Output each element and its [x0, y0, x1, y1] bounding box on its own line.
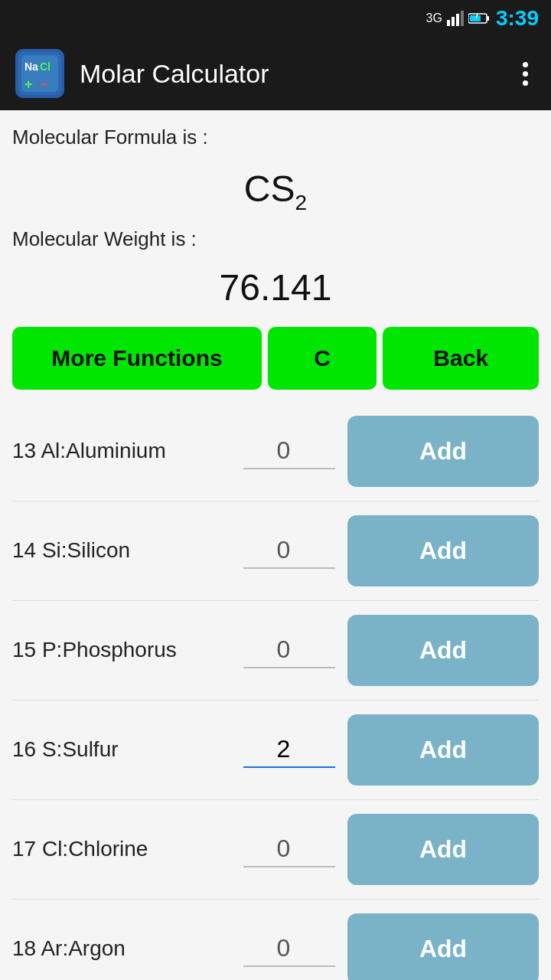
element-input-Cl[interactable] [243, 831, 335, 867]
battery-icon [468, 12, 490, 24]
element-label-Ar: 18 Ar:Argon [12, 936, 243, 961]
add-button-Cl[interactable]: Add [347, 814, 539, 885]
svg-rect-2 [456, 14, 459, 26]
element-label-Si: 14 Si:Silicon [12, 538, 243, 563]
app-logo-icon: Na Cl + − [18, 52, 61, 95]
signal-icon: 3G [426, 11, 442, 25]
element-input-P[interactable] [243, 632, 335, 668]
svg-rect-3 [461, 11, 464, 26]
element-input-S[interactable] [243, 732, 335, 768]
weight-label: Molecular Weight is : [12, 227, 539, 251]
element-row: 15 P:PhosphorusAdd [12, 601, 539, 701]
formula-container: CS2 [12, 155, 539, 227]
back-button[interactable]: Back [383, 327, 539, 390]
svg-text:Na: Na [24, 60, 38, 73]
status-icons: 3G [426, 11, 490, 26]
add-button-P[interactable]: Add [347, 615, 539, 686]
element-row: 18 Ar:ArgonAdd [12, 900, 539, 980]
element-input-Si[interactable] [243, 533, 335, 569]
weight-container: 76.141 [12, 257, 539, 327]
formula-label: Molecular Formula is : [12, 126, 539, 149]
overflow-dot-3 [523, 80, 528, 86]
action-buttons: More Functions C Back [12, 327, 539, 390]
add-button-S[interactable]: Add [347, 714, 539, 786]
svg-text:Cl: Cl [40, 60, 51, 73]
element-label-Al: 13 Al:Aluminium [12, 439, 243, 463]
app-icon: Na Cl + − [15, 49, 64, 98]
element-row: 14 Si:SiliconAdd [12, 501, 539, 601]
overflow-dot-2 [523, 71, 528, 77]
element-input-Ar[interactable] [243, 931, 335, 967]
svg-text:+: + [24, 77, 33, 92]
signal-bars-icon [447, 11, 464, 26]
overflow-menu-button[interactable] [515, 54, 536, 93]
element-row: 16 S:SulfurAdd [12, 701, 539, 800]
formula-subscript: 2 [295, 191, 308, 214]
element-input-Al[interactable] [243, 433, 335, 469]
svg-rect-6 [470, 15, 481, 21]
overflow-dot-1 [523, 62, 528, 67]
svg-text:−: − [40, 77, 48, 92]
element-label-P: 15 P:Phosphorus [12, 638, 243, 662]
status-time: 3:39 [496, 6, 539, 31]
weight-value: 76.141 [220, 267, 332, 308]
app-bar: Na Cl + − Molar Calculator [0, 37, 551, 110]
element-list: 13 Al:AluminiumAdd14 Si:SiliconAdd15 P:P… [12, 402, 539, 980]
element-label-S: 16 S:Sulfur [12, 737, 243, 762]
svg-rect-1 [452, 17, 455, 26]
formula-display: CS2 [244, 168, 307, 215]
element-label-Cl: 17 Cl:Chlorine [12, 837, 243, 861]
status-bar: 3G 3:39 [0, 0, 551, 37]
more-functions-button[interactable]: More Functions [12, 327, 262, 390]
main-content: Molecular Formula is : CS2 Molecular Wei… [0, 110, 551, 980]
add-button-Si[interactable]: Add [347, 515, 539, 586]
clear-button[interactable]: C [268, 327, 377, 390]
svg-rect-5 [487, 16, 489, 21]
element-row: 17 Cl:ChlorineAdd [12, 800, 539, 900]
svg-rect-0 [447, 20, 450, 26]
app-title: Molar Calculator [80, 59, 500, 89]
element-row: 13 Al:AluminiumAdd [12, 402, 539, 501]
add-button-Al[interactable]: Add [347, 416, 539, 487]
formula-main: CS [244, 168, 295, 209]
add-button-Ar[interactable]: Add [347, 913, 539, 980]
